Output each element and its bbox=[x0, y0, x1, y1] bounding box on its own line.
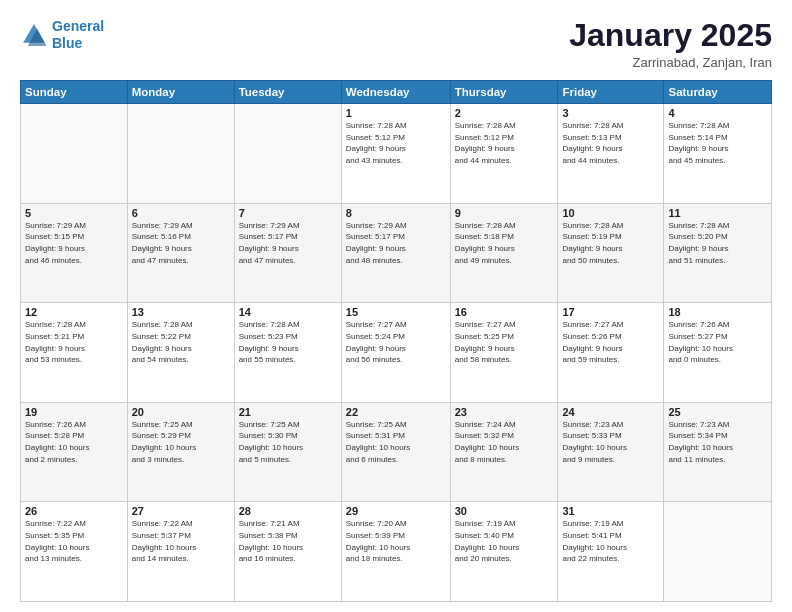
calendar-cell: 18Sunrise: 7:26 AM Sunset: 5:27 PM Dayli… bbox=[664, 303, 772, 403]
day-number: 16 bbox=[455, 306, 554, 318]
day-number: 9 bbox=[455, 207, 554, 219]
day-info: Sunrise: 7:28 AM Sunset: 5:13 PM Dayligh… bbox=[562, 120, 659, 166]
day-info: Sunrise: 7:28 AM Sunset: 5:12 PM Dayligh… bbox=[455, 120, 554, 166]
day-number: 10 bbox=[562, 207, 659, 219]
calendar-cell: 7Sunrise: 7:29 AM Sunset: 5:17 PM Daylig… bbox=[234, 203, 341, 303]
day-info: Sunrise: 7:27 AM Sunset: 5:26 PM Dayligh… bbox=[562, 319, 659, 365]
weekday-header-row: SundayMondayTuesdayWednesdayThursdayFrid… bbox=[21, 81, 772, 104]
calendar-cell: 31Sunrise: 7:19 AM Sunset: 5:41 PM Dayli… bbox=[558, 502, 664, 602]
day-number: 26 bbox=[25, 505, 123, 517]
day-number: 23 bbox=[455, 406, 554, 418]
calendar-cell: 25Sunrise: 7:23 AM Sunset: 5:34 PM Dayli… bbox=[664, 402, 772, 502]
weekday-header: Wednesday bbox=[341, 81, 450, 104]
calendar-cell: 29Sunrise: 7:20 AM Sunset: 5:39 PM Dayli… bbox=[341, 502, 450, 602]
day-info: Sunrise: 7:26 AM Sunset: 5:27 PM Dayligh… bbox=[668, 319, 767, 365]
day-number: 21 bbox=[239, 406, 337, 418]
day-info: Sunrise: 7:25 AM Sunset: 5:31 PM Dayligh… bbox=[346, 419, 446, 465]
day-number: 8 bbox=[346, 207, 446, 219]
weekday-header: Thursday bbox=[450, 81, 558, 104]
calendar-cell: 28Sunrise: 7:21 AM Sunset: 5:38 PM Dayli… bbox=[234, 502, 341, 602]
calendar-subtitle: Zarrinabad, Zanjan, Iran bbox=[569, 55, 772, 70]
day-number: 24 bbox=[562, 406, 659, 418]
day-info: Sunrise: 7:27 AM Sunset: 5:24 PM Dayligh… bbox=[346, 319, 446, 365]
day-info: Sunrise: 7:28 AM Sunset: 5:23 PM Dayligh… bbox=[239, 319, 337, 365]
calendar-cell bbox=[664, 502, 772, 602]
calendar-cell: 19Sunrise: 7:26 AM Sunset: 5:28 PM Dayli… bbox=[21, 402, 128, 502]
day-number: 20 bbox=[132, 406, 230, 418]
day-number: 13 bbox=[132, 306, 230, 318]
calendar-cell: 11Sunrise: 7:28 AM Sunset: 5:20 PM Dayli… bbox=[664, 203, 772, 303]
calendar-week-row: 5Sunrise: 7:29 AM Sunset: 5:15 PM Daylig… bbox=[21, 203, 772, 303]
day-number: 3 bbox=[562, 107, 659, 119]
calendar-cell: 24Sunrise: 7:23 AM Sunset: 5:33 PM Dayli… bbox=[558, 402, 664, 502]
day-number: 18 bbox=[668, 306, 767, 318]
day-info: Sunrise: 7:29 AM Sunset: 5:17 PM Dayligh… bbox=[239, 220, 337, 266]
weekday-header: Monday bbox=[127, 81, 234, 104]
day-number: 11 bbox=[668, 207, 767, 219]
day-info: Sunrise: 7:27 AM Sunset: 5:25 PM Dayligh… bbox=[455, 319, 554, 365]
day-info: Sunrise: 7:21 AM Sunset: 5:38 PM Dayligh… bbox=[239, 518, 337, 564]
logo-text: General Blue bbox=[52, 18, 104, 52]
day-info: Sunrise: 7:29 AM Sunset: 5:16 PM Dayligh… bbox=[132, 220, 230, 266]
logo-line2: Blue bbox=[52, 35, 82, 51]
day-info: Sunrise: 7:26 AM Sunset: 5:28 PM Dayligh… bbox=[25, 419, 123, 465]
day-number: 19 bbox=[25, 406, 123, 418]
calendar-cell bbox=[234, 104, 341, 204]
calendar-week-row: 19Sunrise: 7:26 AM Sunset: 5:28 PM Dayli… bbox=[21, 402, 772, 502]
calendar-cell: 9Sunrise: 7:28 AM Sunset: 5:18 PM Daylig… bbox=[450, 203, 558, 303]
calendar-cell bbox=[21, 104, 128, 204]
day-number: 6 bbox=[132, 207, 230, 219]
calendar-cell: 27Sunrise: 7:22 AM Sunset: 5:37 PM Dayli… bbox=[127, 502, 234, 602]
day-info: Sunrise: 7:22 AM Sunset: 5:37 PM Dayligh… bbox=[132, 518, 230, 564]
day-number: 29 bbox=[346, 505, 446, 517]
day-info: Sunrise: 7:28 AM Sunset: 5:22 PM Dayligh… bbox=[132, 319, 230, 365]
calendar-cell: 1Sunrise: 7:28 AM Sunset: 5:12 PM Daylig… bbox=[341, 104, 450, 204]
day-number: 2 bbox=[455, 107, 554, 119]
day-info: Sunrise: 7:28 AM Sunset: 5:19 PM Dayligh… bbox=[562, 220, 659, 266]
weekday-header: Sunday bbox=[21, 81, 128, 104]
calendar-cell: 14Sunrise: 7:28 AM Sunset: 5:23 PM Dayli… bbox=[234, 303, 341, 403]
logo: General Blue bbox=[20, 18, 104, 52]
header: General Blue January 2025 Zarrinabad, Za… bbox=[20, 18, 772, 70]
day-info: Sunrise: 7:23 AM Sunset: 5:33 PM Dayligh… bbox=[562, 419, 659, 465]
calendar-cell: 8Sunrise: 7:29 AM Sunset: 5:17 PM Daylig… bbox=[341, 203, 450, 303]
calendar-cell: 3Sunrise: 7:28 AM Sunset: 5:13 PM Daylig… bbox=[558, 104, 664, 204]
day-number: 7 bbox=[239, 207, 337, 219]
day-info: Sunrise: 7:28 AM Sunset: 5:21 PM Dayligh… bbox=[25, 319, 123, 365]
calendar-cell: 23Sunrise: 7:24 AM Sunset: 5:32 PM Dayli… bbox=[450, 402, 558, 502]
calendar-cell: 4Sunrise: 7:28 AM Sunset: 5:14 PM Daylig… bbox=[664, 104, 772, 204]
calendar-cell: 15Sunrise: 7:27 AM Sunset: 5:24 PM Dayli… bbox=[341, 303, 450, 403]
day-info: Sunrise: 7:19 AM Sunset: 5:40 PM Dayligh… bbox=[455, 518, 554, 564]
logo-icon bbox=[20, 21, 48, 49]
day-number: 15 bbox=[346, 306, 446, 318]
calendar-week-row: 12Sunrise: 7:28 AM Sunset: 5:21 PM Dayli… bbox=[21, 303, 772, 403]
day-info: Sunrise: 7:25 AM Sunset: 5:30 PM Dayligh… bbox=[239, 419, 337, 465]
day-info: Sunrise: 7:28 AM Sunset: 5:18 PM Dayligh… bbox=[455, 220, 554, 266]
day-info: Sunrise: 7:23 AM Sunset: 5:34 PM Dayligh… bbox=[668, 419, 767, 465]
day-info: Sunrise: 7:28 AM Sunset: 5:14 PM Dayligh… bbox=[668, 120, 767, 166]
day-number: 4 bbox=[668, 107, 767, 119]
calendar-cell: 22Sunrise: 7:25 AM Sunset: 5:31 PM Dayli… bbox=[341, 402, 450, 502]
day-number: 27 bbox=[132, 505, 230, 517]
day-number: 14 bbox=[239, 306, 337, 318]
calendar-cell: 2Sunrise: 7:28 AM Sunset: 5:12 PM Daylig… bbox=[450, 104, 558, 204]
day-number: 17 bbox=[562, 306, 659, 318]
day-number: 5 bbox=[25, 207, 123, 219]
calendar-week-row: 26Sunrise: 7:22 AM Sunset: 5:35 PM Dayli… bbox=[21, 502, 772, 602]
day-number: 31 bbox=[562, 505, 659, 517]
day-info: Sunrise: 7:25 AM Sunset: 5:29 PM Dayligh… bbox=[132, 419, 230, 465]
calendar-cell: 10Sunrise: 7:28 AM Sunset: 5:19 PM Dayli… bbox=[558, 203, 664, 303]
calendar-cell: 26Sunrise: 7:22 AM Sunset: 5:35 PM Dayli… bbox=[21, 502, 128, 602]
weekday-header: Friday bbox=[558, 81, 664, 104]
page: General Blue January 2025 Zarrinabad, Za… bbox=[0, 0, 792, 612]
calendar-cell: 13Sunrise: 7:28 AM Sunset: 5:22 PM Dayli… bbox=[127, 303, 234, 403]
day-number: 22 bbox=[346, 406, 446, 418]
day-info: Sunrise: 7:28 AM Sunset: 5:12 PM Dayligh… bbox=[346, 120, 446, 166]
calendar-cell bbox=[127, 104, 234, 204]
day-number: 12 bbox=[25, 306, 123, 318]
calendar-cell: 30Sunrise: 7:19 AM Sunset: 5:40 PM Dayli… bbox=[450, 502, 558, 602]
day-info: Sunrise: 7:19 AM Sunset: 5:41 PM Dayligh… bbox=[562, 518, 659, 564]
calendar-cell: 6Sunrise: 7:29 AM Sunset: 5:16 PM Daylig… bbox=[127, 203, 234, 303]
weekday-header: Saturday bbox=[664, 81, 772, 104]
calendar-cell: 12Sunrise: 7:28 AM Sunset: 5:21 PM Dayli… bbox=[21, 303, 128, 403]
